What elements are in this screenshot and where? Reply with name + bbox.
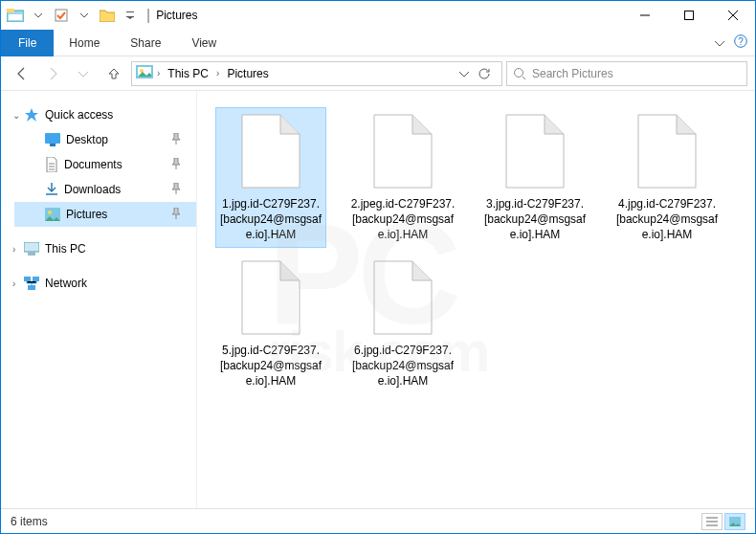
file-name: 3.jpg.id-C279F237.[backup24@msgsafe.io].…: [480, 194, 589, 247]
file-name: 2.jpeg.id-C279F237.[backup24@msgsafe.io]…: [348, 194, 457, 247]
breadcrumb-folder[interactable]: Pictures: [223, 67, 272, 80]
icons-view-button[interactable]: [724, 513, 745, 530]
sidebar-label: Quick access: [45, 108, 113, 122]
statusbar: 6 items: [1, 508, 755, 533]
svg-rect-3: [56, 10, 67, 21]
svg-rect-2: [9, 14, 22, 20]
file-tab[interactable]: File: [1, 30, 54, 56]
sidebar-label: Network: [45, 277, 87, 290]
sidebar-network[interactable]: › Network: [14, 271, 196, 296]
svg-rect-14: [50, 144, 56, 146]
breadcrumb[interactable]: › This PC › Pictures: [131, 61, 502, 86]
qat-dropdown-icon[interactable]: [28, 5, 49, 26]
svg-rect-21: [28, 285, 35, 290]
folder-icon[interactable]: [97, 5, 118, 26]
file-icon: [228, 108, 314, 194]
up-button[interactable]: [100, 60, 127, 87]
maximize-button[interactable]: [667, 1, 711, 30]
file-item[interactable]: 4.jpg.id-C279F237.[backup24@msgsafe.io].…: [612, 108, 722, 247]
file-name: 6.jpg.id-C279F237.[backup24@msgsafe.io].…: [348, 341, 457, 393]
pin-icon: [171, 183, 181, 197]
search-icon: [513, 67, 526, 80]
star-icon: [24, 107, 39, 122]
sidebar-item-pictures[interactable]: Pictures: [14, 202, 196, 227]
svg-rect-6: [685, 11, 694, 20]
sidebar-quick-access[interactable]: ⌄ Quick access: [14, 102, 196, 127]
pin-icon: [171, 208, 181, 222]
pictures-icon: [45, 208, 60, 221]
file-item[interactable]: 3.jpg.id-C279F237.[backup24@msgsafe.io].…: [480, 108, 589, 247]
pin-icon: [171, 133, 181, 147]
sidebar-item-label: Downloads: [64, 183, 121, 196]
ribbon: File Home Share View ?: [1, 30, 755, 56]
recent-dropdown[interactable]: [70, 60, 97, 87]
network-icon: [24, 277, 39, 290]
file-name: 5.jpg.id-C279F237.[backup24@msgsafe.io].…: [216, 341, 325, 393]
sidebar-item-label: Pictures: [66, 208, 107, 221]
search-placeholder: Search Pictures: [532, 67, 613, 80]
svg-text:?: ?: [738, 36, 744, 47]
svg-rect-20: [33, 277, 39, 281]
expand-icon[interactable]: ⌄: [12, 110, 20, 121]
svg-point-16: [48, 211, 52, 214]
titlebar: | Pictures: [1, 1, 755, 30]
file-icon: [492, 108, 578, 194]
svg-point-12: [515, 68, 523, 77]
explorer-icon: [5, 5, 26, 26]
svg-rect-1: [7, 9, 14, 12]
tab-view[interactable]: View: [176, 30, 232, 56]
properties-icon[interactable]: [51, 5, 72, 26]
file-item[interactable]: 6.jpg.id-C279F237.[backup24@msgsafe.io].…: [348, 255, 457, 393]
svg-rect-17: [24, 242, 39, 252]
pictures-lib-icon: [136, 65, 153, 82]
sidebar: ⌄ Quick access Desktop Documents Downloa…: [1, 91, 197, 508]
downloads-icon: [45, 183, 58, 196]
help-icon[interactable]: ?: [734, 34, 747, 52]
file-icon: [624, 108, 710, 194]
expand-icon[interactable]: ›: [12, 278, 15, 289]
sidebar-item-downloads[interactable]: Downloads: [14, 177, 196, 202]
svg-rect-13: [45, 133, 60, 144]
file-item[interactable]: 1.jpg.id-C279F237.[backup24@msgsafe.io].…: [216, 108, 325, 247]
expand-ribbon-icon[interactable]: [715, 34, 724, 52]
file-item[interactable]: 5.jpg.id-C279F237.[backup24@msgsafe.io].…: [216, 255, 325, 393]
svg-rect-18: [28, 252, 35, 256]
details-view-button[interactable]: [701, 513, 723, 530]
close-button[interactable]: [711, 1, 755, 30]
file-icon: [228, 255, 314, 341]
item-count: 6 items: [11, 515, 48, 528]
back-button[interactable]: [9, 60, 35, 87]
expand-icon[interactable]: ›: [12, 244, 15, 255]
tab-share[interactable]: Share: [115, 30, 176, 56]
file-item[interactable]: 2.jpeg.id-C279F237.[backup24@msgsafe.io]…: [348, 108, 457, 247]
file-icon: [360, 108, 446, 194]
chevron-right-icon[interactable]: ›: [214, 68, 221, 78]
qat-dropdown2-icon[interactable]: [74, 5, 95, 26]
qat-menu-icon[interactable]: [120, 5, 141, 26]
minimize-button[interactable]: [623, 1, 667, 30]
file-icon: [360, 255, 446, 341]
breadcrumb-dropdown-icon[interactable]: [459, 65, 469, 82]
sidebar-label: This PC: [45, 242, 86, 256]
refresh-button[interactable]: [471, 67, 498, 80]
sidebar-this-pc[interactable]: › This PC: [14, 236, 196, 261]
documents-icon: [45, 157, 58, 172]
forward-button[interactable]: [39, 60, 66, 87]
sidebar-item-label: Documents: [64, 158, 122, 171]
search-input[interactable]: Search Pictures: [506, 61, 747, 86]
sidebar-item-label: Desktop: [66, 133, 108, 146]
file-name: 1.jpg.id-C279F237.[backup24@msgsafe.io].…: [216, 194, 325, 247]
window-title: Pictures: [156, 9, 197, 22]
navbar: › This PC › Pictures Search Pictures: [1, 56, 755, 91]
tab-home[interactable]: Home: [54, 30, 115, 56]
pin-icon: [171, 158, 181, 172]
chevron-right-icon[interactable]: ›: [155, 68, 162, 78]
thispc-icon: [24, 242, 39, 256]
desktop-icon: [45, 133, 60, 146]
breadcrumb-thispc[interactable]: This PC: [164, 67, 212, 80]
svg-rect-19: [24, 277, 31, 281]
sidebar-item-documents[interactable]: Documents: [14, 152, 196, 177]
svg-rect-4: [126, 11, 134, 12]
file-grid[interactable]: 1.jpg.id-C279F237.[backup24@msgsafe.io].…: [197, 91, 755, 508]
sidebar-item-desktop[interactable]: Desktop: [14, 127, 196, 152]
